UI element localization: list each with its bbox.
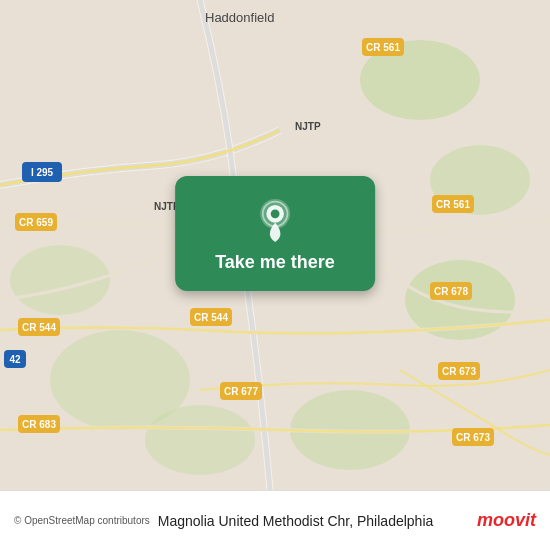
bottom-bar: © OpenStreetMap contributors Magnolia Un… xyxy=(0,490,550,550)
location-pin-icon xyxy=(253,198,297,242)
svg-text:CR 561: CR 561 xyxy=(366,42,400,53)
svg-text:CR 561: CR 561 xyxy=(436,199,470,210)
svg-text:CR 673: CR 673 xyxy=(456,432,490,443)
svg-point-37 xyxy=(271,209,280,218)
svg-point-7 xyxy=(145,405,255,475)
cta-overlay: Take me there xyxy=(175,176,375,291)
svg-text:CR 544: CR 544 xyxy=(22,322,56,333)
map-container: Haddonfield I 295 NJTP NJTP CR 561 CR 56… xyxy=(0,0,550,490)
svg-text:NJTP: NJTP xyxy=(295,121,321,132)
moovit-brand-text: moovit xyxy=(477,510,536,531)
svg-text:CR 659: CR 659 xyxy=(19,217,53,228)
svg-text:Haddonfield: Haddonfield xyxy=(205,10,274,25)
svg-text:CR 678: CR 678 xyxy=(434,286,468,297)
svg-text:CR 683: CR 683 xyxy=(22,419,56,430)
moovit-logo: moovit xyxy=(477,510,536,531)
svg-text:I 295: I 295 xyxy=(31,167,54,178)
svg-text:CR 673: CR 673 xyxy=(442,366,476,377)
take-me-there-button[interactable]: Take me there xyxy=(175,176,375,291)
cta-button-label: Take me there xyxy=(215,252,335,273)
svg-text:CR 677: CR 677 xyxy=(224,386,258,397)
map-attribution: © OpenStreetMap contributors xyxy=(14,515,150,526)
svg-text:CR 544: CR 544 xyxy=(194,312,228,323)
location-name: Magnolia United Methodist Chr, Philadelp… xyxy=(158,513,434,529)
svg-text:42: 42 xyxy=(9,354,21,365)
